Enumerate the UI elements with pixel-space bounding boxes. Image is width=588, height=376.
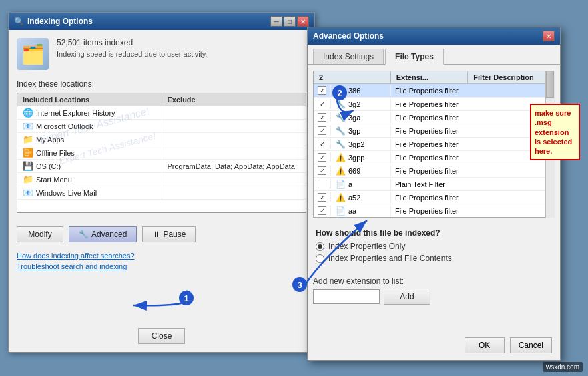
ext-checkbox-a[interactable] — [314, 179, 331, 189]
cancel-button[interactable]: Cancel — [510, 337, 552, 353]
indexing-titlebar: 🔍 Indexing Options ─ □ ✕ — [9, 13, 314, 30]
items-indexed: 52,501 items indexed — [57, 38, 306, 47]
list-item[interactable]: 📴Offline Files — [17, 146, 306, 160]
radio-index-contents[interactable]: Index Properties and File Contents — [316, 254, 552, 263]
ext-name-3ga: 🔧3ga — [331, 112, 391, 123]
advanced-titlebar: Advanced Options ✕ — [308, 27, 560, 45]
close-button-bottom[interactable]: Close — [138, 328, 185, 344]
ext-row-a[interactable]: 📄a Plain Text Filter — [314, 178, 545, 191]
col-included: Included Locations — [17, 93, 162, 106]
list-item[interactable]: 📁My Apps — [17, 133, 306, 146]
ext-row-669[interactable]: ⚠️669 File Properties filter — [314, 164, 545, 178]
ext-name-a52: ⚠️a52 — [331, 192, 391, 203]
pause-button[interactable]: ⏸ Pause — [142, 226, 196, 242]
location-name: 📁Start Menu — [17, 173, 162, 186]
indexing-title-text: Indexing Options — [27, 17, 93, 26]
ext-row-386[interactable]: 📄386 File Properties filter — [314, 84, 545, 98]
list-item[interactable]: 📁Start Menu — [17, 173, 306, 186]
checkbox[interactable] — [318, 166, 326, 175]
tab-file-types[interactable]: File Types — [385, 49, 444, 65]
add-ext-input[interactable] — [313, 289, 380, 304]
ext-checkbox-669[interactable] — [314, 166, 331, 176]
window-footer: Close — [17, 328, 306, 344]
add-button[interactable]: Add — [384, 289, 430, 305]
checkbox[interactable] — [318, 206, 326, 215]
how-indexing-link[interactable]: How does indexing affect searches? — [17, 252, 306, 260]
location-exclude — [162, 125, 306, 128]
advanced-close-button[interactable]: ✕ — [543, 31, 555, 41]
ext-filter-3gpp: File Properties filter — [391, 153, 545, 162]
advanced-title: Advanced Options — [313, 31, 384, 41]
checkbox[interactable] — [318, 126, 326, 135]
tab-index-settings[interactable]: Index Settings — [313, 49, 384, 64]
ext-checkbox-3g2[interactable] — [314, 99, 331, 109]
check-col-header: 2 — [314, 71, 391, 83]
callout-box: make sure .msg extension is selected her… — [530, 104, 580, 160]
indexing-options-window: 🔍 Indexing Options ─ □ ✕ 🗂️ 52,501 items… — [8, 12, 315, 353]
advanced-title-text: Advanced Options — [313, 31, 384, 41]
radio-button-contents[interactable] — [316, 254, 324, 263]
maximize-button[interactable]: □ — [284, 16, 296, 27]
add-ext-label: Add new extension to list: — [313, 276, 555, 286]
index-icon: 🗂️ — [17, 38, 49, 70]
advanced-options-window: Advanced Options ✕ Index Settings File T… — [307, 27, 561, 361]
add-ext-row: Add — [313, 289, 555, 305]
list-item[interactable]: 📧Windows Live Mail — [17, 186, 306, 200]
ext-row-3ga[interactable]: 🔧3ga File Properties filter — [314, 111, 545, 124]
ext-checkbox-3gp2[interactable] — [314, 139, 331, 149]
ext-row-3gp[interactable]: 🔧3gp File Properties filter — [314, 124, 545, 138]
list-item[interactable]: 📧Microsoft Outlook — [17, 120, 306, 133]
indexing-content: 🗂️ 52,501 items indexed Indexing speed i… — [9, 30, 314, 281]
close-button[interactable]: ✕ — [297, 16, 309, 27]
ext-checkbox-386[interactable] — [314, 85, 331, 96]
index-header: 🗂️ 52,501 items indexed Indexing speed i… — [17, 38, 306, 70]
ext-row-a52[interactable]: ⚠️a52 File Properties filter — [314, 191, 545, 204]
ext-row-3g2[interactable]: 🔧3g2 File Properties filter — [314, 98, 545, 111]
titlebar-controls: ─ □ ✕ — [270, 16, 309, 27]
location-name: 📧Microsoft Outlook — [17, 120, 162, 132]
troubleshoot-link[interactable]: Troubleshoot search and indexing — [17, 262, 306, 270]
advanced-icon: 🔧 — [79, 230, 89, 239]
ext-name-3gp2: 🔧3gp2 — [331, 139, 391, 150]
radio-index-properties[interactable]: Index Properties Only — [316, 242, 552, 251]
file-types-content: 2 Extensi... Filter Description 📄386 Fil… — [308, 65, 560, 310]
ext-checkbox-aa[interactable] — [314, 206, 331, 216]
location-name: 🌐Internet Explorer History — [17, 106, 162, 119]
ext-row-aa[interactable]: 📄aa File Properties filter — [314, 204, 545, 218]
ext-row-3gp2[interactable]: 🔧3gp2 File Properties filter — [314, 138, 545, 151]
checkbox[interactable] — [318, 153, 326, 162]
radio-button-properties[interactable] — [316, 242, 324, 251]
checkbox[interactable] — [318, 86, 326, 95]
ok-button[interactable]: OK — [465, 337, 505, 353]
locations-panel[interactable]: Included Locations Exclude Expert Tech A… — [17, 93, 306, 213]
location-name: 📴Offline Files — [17, 146, 162, 159]
window-buttons: Modify 🔧 Advanced ⏸ Pause — [17, 221, 306, 248]
scrollbar-thumb[interactable] — [546, 71, 554, 98]
modify-button[interactable]: Modify — [17, 226, 63, 242]
extensions-table[interactable]: 2 Extensi... Filter Description 📄386 Fil… — [313, 71, 545, 218]
ext-checkbox-3ga[interactable] — [314, 112, 331, 122]
checkbox[interactable] — [318, 113, 326, 122]
minimize-button[interactable]: ─ — [270, 16, 282, 27]
checkbox[interactable] — [318, 100, 326, 108]
advanced-button[interactable]: 🔧 Advanced — [69, 226, 137, 242]
location-exclude — [162, 178, 306, 181]
ext-checkbox-3gp[interactable] — [314, 126, 331, 136]
ext-row-3gpp[interactable]: ⚠️3gpp File Properties filter — [314, 151, 545, 164]
list-item[interactable]: 💾OS (C:) ProgramData; Data; AppData; App… — [17, 160, 306, 173]
ext-name-3gpp: ⚠️3gpp — [331, 152, 391, 163]
checkbox[interactable] — [318, 180, 326, 188]
location-exclude — [162, 138, 306, 141]
ext-filter-3g2: File Properties filter — [391, 100, 545, 109]
location-name: 📁My Apps — [17, 133, 162, 146]
list-item[interactable]: 🌐Internet Explorer History — [17, 106, 306, 120]
ext-name-3gp: 🔧3gp — [331, 126, 391, 136]
ext-filter-a52: File Properties filter — [391, 193, 545, 202]
add-extension-section: Add new extension to list: Add — [313, 276, 555, 305]
ext-col-header: Extensi... — [391, 71, 469, 83]
ext-checkbox-a52[interactable] — [314, 192, 331, 202]
checkbox[interactable] — [318, 140, 326, 148]
checkbox[interactable] — [318, 193, 326, 202]
ext-checkbox-3gpp[interactable] — [314, 152, 331, 162]
annotation-circle-1: 1 — [179, 291, 194, 305]
